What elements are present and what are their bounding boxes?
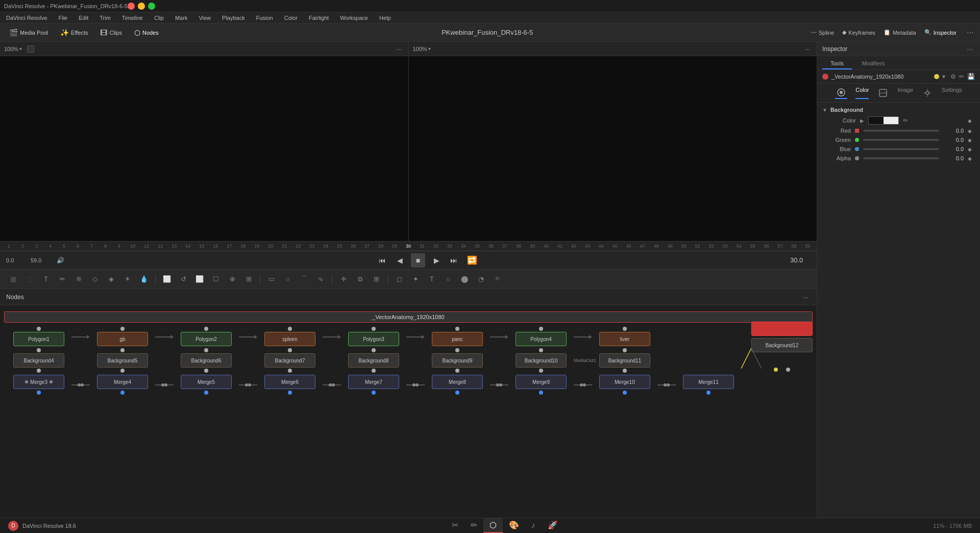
node-merge6[interactable]: Merge6 (264, 375, 315, 389)
menu-trim[interactable]: Trim (97, 14, 113, 22)
blue-value[interactable]: 0.0 (943, 146, 964, 152)
inspector-more-button[interactable]: ··· (965, 45, 975, 53)
node-merge8[interactable]: Merge8 (432, 375, 483, 389)
transform-tool[interactable]: ⬚ (22, 272, 37, 286)
clips-button[interactable]: 🎞 Clips (95, 27, 127, 39)
node-edit-icon[interactable]: ✏ (959, 73, 964, 80)
particles-tool[interactable]: ❊ (71, 272, 86, 286)
node-gb[interactable]: gb (97, 332, 148, 346)
menu-playback[interactable]: Playback (220, 14, 247, 22)
red-slider[interactable] (863, 130, 939, 132)
node-merge3[interactable]: Merge3 (13, 375, 64, 389)
grid-tool[interactable]: ⊞ (369, 272, 383, 286)
window-controls[interactable] (128, 3, 155, 10)
red-keyframe-diamond[interactable]: ◆ (968, 128, 972, 134)
eye-tool[interactable]: 👁 (490, 272, 504, 286)
nodes-button[interactable]: ⬡ Nodes (129, 27, 164, 39)
node-liver[interactable]: liver (599, 332, 650, 346)
keyframes-button[interactable]: ◆ Keyframes (842, 29, 875, 36)
node-polygon2[interactable]: Polygon2 (181, 332, 232, 346)
distort-tool[interactable]: ⧉ (353, 272, 367, 286)
loop-button[interactable]: 🔁 (465, 253, 479, 268)
green-value[interactable]: 0.0 (943, 137, 964, 143)
minimize-button[interactable] (138, 3, 145, 10)
eraser-tool[interactable]: ◻ (392, 272, 406, 286)
ellipse-tool[interactable]: ○ (281, 272, 295, 286)
menu-help[interactable]: Help (377, 14, 393, 22)
warp-tool[interactable]: ↺ (176, 272, 190, 286)
pen-tool[interactable]: ○ (441, 272, 455, 286)
tracker-tool[interactable]: ⊞ (241, 272, 256, 286)
image-tab-icon[interactable] (877, 87, 889, 99)
spline-button[interactable]: 〰 Spline (811, 30, 835, 36)
transform2-tool[interactable]: ✛ (336, 272, 351, 286)
left-viewer-btn1[interactable] (27, 45, 34, 53)
blur-tool[interactable]: ⬜ (192, 272, 207, 286)
left-zoom-display[interactable]: 100% ▾ (4, 46, 22, 52)
workspace-edit-btn[interactable]: ✏ (464, 518, 483, 533)
node-merge5[interactable]: Merge5 (181, 375, 232, 389)
node-bg9[interactable]: Background9 (432, 353, 483, 368)
menu-timeline[interactable]: Timeline (120, 14, 145, 22)
node-spleen[interactable]: spleen (264, 332, 315, 346)
alpha-slider[interactable] (863, 157, 939, 159)
maximize-button[interactable] (148, 3, 155, 10)
menu-file[interactable]: File (57, 14, 70, 22)
settings-tab-icon[interactable] (921, 87, 934, 99)
node-merge10[interactable]: Merge10 (599, 375, 650, 389)
bezier-tool[interactable]: ⌒ (297, 272, 311, 286)
rect-tool[interactable]: ▭ (264, 272, 279, 286)
menu-clip[interactable]: Clip (152, 14, 166, 22)
node-bg10[interactable]: Background10 (516, 353, 567, 368)
go-to-end-button[interactable]: ⏭ (448, 254, 460, 266)
background-section-header[interactable]: ▼ Background (817, 105, 980, 115)
tab-modifiers[interactable]: Modifiers (854, 58, 893, 69)
workspace-cut-btn[interactable]: ✂ (446, 518, 464, 533)
node-red-bar[interactable] (751, 322, 813, 336)
node-panc[interactable]: panc (432, 332, 483, 346)
node-merge11[interactable]: Merge11 (683, 375, 734, 389)
spline-tool[interactable]: ◇ (88, 272, 102, 286)
go-to-start-button[interactable]: ⏮ (376, 254, 388, 266)
brush-tool[interactable]: ✦ (408, 272, 423, 286)
nodes-more-button[interactable]: ··· (800, 293, 811, 301)
node-bg4[interactable]: Background4 (13, 353, 64, 368)
brightness-tool[interactable]: ☀ (120, 272, 135, 286)
workspace-fairlight-btn[interactable]: ♪ (525, 519, 542, 533)
bspline-tool[interactable]: ◈ (104, 272, 118, 286)
volume-button[interactable]: 🔊 (55, 255, 65, 265)
composite-tool[interactable]: ⊕ (225, 272, 239, 286)
node-bg6[interactable]: Background6 (181, 353, 232, 368)
node-polygon3[interactable]: Polygon3 (348, 332, 399, 346)
inspector-button[interactable]: 🔍 Inspector (924, 29, 957, 36)
tab-tools[interactable]: Tools (822, 58, 852, 69)
alpha-value[interactable]: 0.0 (943, 155, 964, 161)
shape-tool[interactable]: ◔ (474, 272, 488, 286)
nodes-content[interactable]: _VectorAnatomy_1920x1080 Polygon1 (0, 305, 817, 518)
paint-tool[interactable]: ✏ (55, 272, 69, 286)
right-viewer-more[interactable]: ··· (802, 45, 813, 53)
menu-view[interactable]: View (197, 14, 213, 22)
node-merge7[interactable]: Merge7 (348, 375, 399, 389)
green-keyframe-diamond[interactable]: ◆ (968, 137, 972, 143)
node-bg8[interactable]: Background8 (348, 353, 399, 368)
green-slider[interactable] (863, 139, 939, 141)
node-bg5[interactable]: Background5 (97, 353, 148, 368)
workspace-deliver-btn[interactable]: 🚀 (542, 518, 564, 533)
toolbar-more-button[interactable]: ⋯ (965, 29, 976, 37)
close-button[interactable] (128, 3, 135, 10)
menu-color[interactable]: Color (282, 14, 300, 22)
crop-tool[interactable]: ⬜ (160, 272, 174, 286)
node-dropdown-button[interactable]: ▾ (942, 73, 945, 80)
select-tool[interactable]: ▦ (6, 272, 20, 286)
menu-edit[interactable]: Edit (77, 14, 90, 22)
node-merge4[interactable]: Merge4 (97, 375, 148, 389)
clone-tool[interactable]: T (425, 272, 439, 286)
workspace-color-btn[interactable]: 🎨 (503, 518, 525, 533)
color-pencil-icon[interactable]: ✏ (903, 117, 908, 124)
blue-slider[interactable] (863, 148, 939, 150)
metadata-button[interactable]: 📋 Metadata (884, 29, 916, 36)
time-current[interactable]: 0.0 (6, 257, 27, 263)
node-merge9[interactable]: Merge9 (516, 375, 567, 389)
alpha-keyframe-diamond[interactable]: ◆ (968, 156, 972, 161)
